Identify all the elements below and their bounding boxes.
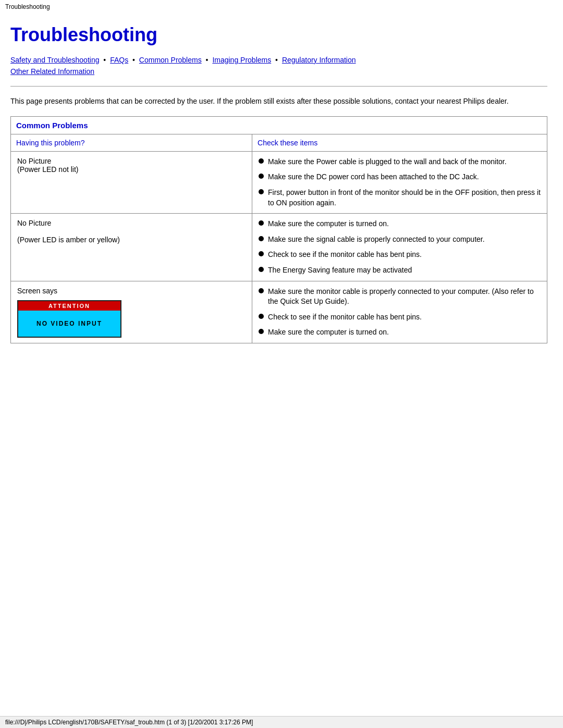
divider (10, 86, 547, 87)
list-item: Check to see if the monitor cable has be… (259, 312, 541, 323)
table-header-row: Common Problems (11, 116, 547, 134)
problem-label-1: No Picture(Power LED not lit) (17, 157, 78, 174)
table-row: No Picture(Power LED is amber or yellow)… (11, 214, 547, 281)
nav-link-imaging[interactable]: Imaging Problems (212, 56, 271, 64)
nav-sep-2: • (132, 56, 137, 64)
problems-table: Common Problems Having this problem? Che… (10, 116, 547, 343)
attention-box: ATTENTION NO VIDEO INPUT (17, 300, 121, 338)
nav-link-other[interactable]: Other Related Information (10, 67, 94, 76)
nav-link-faqs[interactable]: FAQs (110, 56, 128, 64)
intro-text: This page presents problems that can be … (10, 96, 547, 107)
list-item: The Energy Saving feature may be activat… (259, 265, 541, 276)
check-text: First, power button in front of the moni… (268, 188, 541, 208)
nav-sep-4: • (275, 56, 280, 64)
bullet-icon (259, 288, 264, 293)
bullet-icon (259, 267, 264, 272)
list-item: Make sure the signal cable is properly c… (259, 235, 541, 245)
check-list-3: Make sure the monitor cable is properly … (259, 287, 541, 338)
page-heading: Troubleshooting (10, 24, 547, 46)
bullet-icon (259, 220, 264, 226)
check-text: The Energy Saving feature may be activat… (268, 265, 412, 276)
check-cell-3: Make sure the monitor cable is properly … (252, 281, 547, 343)
main-content: Troubleshooting Safety and Troubleshooti… (0, 14, 563, 364)
bullet-icon (259, 329, 264, 334)
problem-cell-2: No Picture(Power LED is amber or yellow) (11, 214, 252, 281)
bullet-icon (259, 236, 264, 241)
col-header-problem: Having this problem? (11, 134, 252, 151)
problem-label-2: No Picture(Power LED is amber or yellow) (17, 219, 120, 244)
bullet-icon (259, 251, 264, 256)
check-text: Make sure the Power cable is plugged to … (268, 157, 507, 167)
check-list-1: Make sure the Power cable is plugged to … (259, 157, 541, 208)
check-cell-1: Make sure the Power cable is plugged to … (252, 151, 547, 213)
check-text: Make sure the DC power cord has been att… (268, 172, 479, 182)
problem-cell-1: No Picture(Power LED not lit) (11, 151, 252, 213)
check-text: Make sure the monitor cable is properly … (268, 287, 541, 307)
check-text: Check to see if the monitor cable has be… (268, 250, 422, 260)
nav-link-regulatory[interactable]: Regulatory Information (282, 56, 356, 64)
list-item: Make sure the monitor cable is properly … (259, 287, 541, 307)
list-item: Make sure the computer is turned on. (259, 327, 541, 338)
bullet-icon (259, 174, 264, 179)
nav-sep-1: • (103, 56, 108, 64)
table-row: No Picture(Power LED not lit) Make sure … (11, 151, 547, 213)
list-item: Make sure the computer is turned on. (259, 219, 541, 229)
bullet-icon (259, 189, 264, 194)
check-text: Check to see if the monitor cable has be… (268, 312, 422, 323)
problem-cell-3: Screen says ATTENTION NO VIDEO INPUT (11, 281, 252, 343)
nav-link-safety[interactable]: Safety and Troubleshooting (10, 56, 99, 64)
no-video-text: NO VIDEO INPUT (18, 311, 120, 331)
nav-links: Safety and Troubleshooting • FAQs • Comm… (10, 54, 547, 78)
check-cell-2: Make sure the computer is turned on. Mak… (252, 214, 547, 281)
col-header-check: Check these items (252, 134, 547, 151)
check-text: Make sure the computer is turned on. (268, 327, 389, 338)
check-text: Make sure the computer is turned on. (268, 219, 389, 229)
nav-link-common[interactable]: Common Problems (139, 56, 202, 64)
nav-sep-3: • (206, 56, 211, 64)
col-header-row: Having this problem? Check these items (11, 134, 547, 151)
title-bar-text: Troubleshooting (5, 3, 50, 10)
attention-bar: ATTENTION (18, 301, 120, 311)
check-text: Make sure the signal cable is properly c… (268, 235, 485, 245)
problem-label-3: Screen says (17, 287, 57, 295)
list-item: First, power button in front of the moni… (259, 188, 541, 208)
list-item: Make sure the DC power cord has been att… (259, 172, 541, 182)
list-item: Check to see if the monitor cable has be… (259, 250, 541, 260)
list-item: Make sure the Power cable is plugged to … (259, 157, 541, 167)
bullet-icon (259, 314, 264, 319)
title-bar: Troubleshooting (0, 0, 563, 14)
table-header-cell: Common Problems (11, 116, 547, 134)
check-list-2: Make sure the computer is turned on. Mak… (259, 219, 541, 275)
bullet-icon (259, 158, 264, 164)
table-row: Screen says ATTENTION NO VIDEO INPUT Mak… (11, 281, 547, 343)
